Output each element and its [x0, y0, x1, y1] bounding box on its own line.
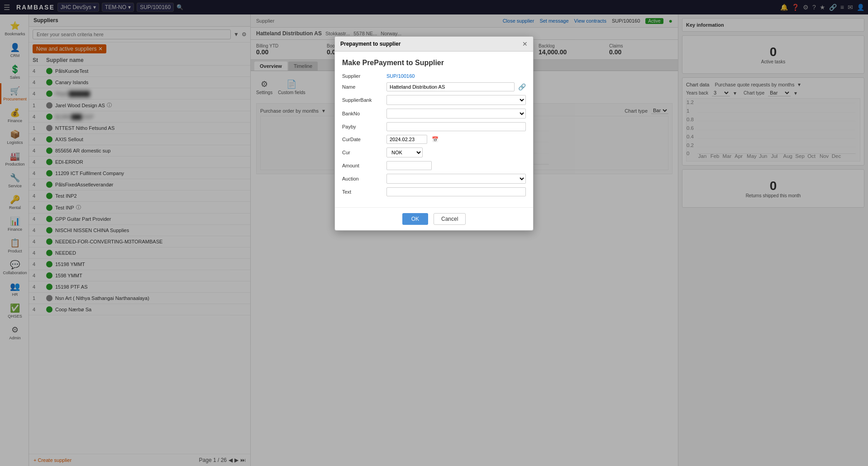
auction-select[interactable] [386, 174, 526, 184]
supplier-bank-select[interactable] [386, 95, 526, 105]
bank-no-select[interactable] [386, 109, 526, 119]
curdate-input[interactable] [386, 135, 427, 144]
cancel-button[interactable]: Cancel [434, 213, 466, 225]
dialog-content-wrapper: Make PrePayment to Supplier Supplier SUP… [335, 52, 533, 230]
amount-input[interactable] [386, 161, 432, 170]
payby-field-row: Payby [342, 122, 526, 131]
cur-field-row: Cur NOK [342, 147, 526, 157]
bank-no-field-row: BankNo [342, 109, 526, 119]
curdate-field-row: CurDate 📅 [342, 135, 526, 144]
dialog-close-button[interactable]: ✕ [522, 40, 528, 48]
name-input[interactable] [386, 82, 515, 91]
auction-field-row: Auction [342, 174, 526, 184]
cur-select[interactable]: NOK [386, 147, 423, 157]
text-input[interactable] [386, 187, 526, 196]
text-field-row: Text [342, 187, 526, 196]
calendar-icon[interactable]: 📅 [432, 136, 439, 143]
dialog-footer: OK Cancel [335, 207, 533, 230]
dialog-body: Make PrePayment to Supplier Supplier SUP… [335, 52, 533, 207]
dialog-overlay: Prepayment to supplier ✕ Make PrePayment… [0, 0, 868, 466]
dialog-titlebar: Prepayment to supplier ✕ [335, 37, 533, 52]
amount-field-row: Amount [342, 161, 526, 170]
name-edit-icon[interactable]: 🔗 [518, 83, 526, 90]
prepayment-dialog: Prepayment to supplier ✕ Make PrePayment… [334, 36, 534, 231]
ok-button[interactable]: OK [402, 213, 428, 225]
supplier-bank-field-row: SupplierBank [342, 95, 526, 105]
payby-input[interactable] [386, 122, 526, 131]
supplier-field-row: Supplier SUP/100160 [342, 73, 526, 79]
name-field-row: Name 🔗 [342, 82, 526, 91]
